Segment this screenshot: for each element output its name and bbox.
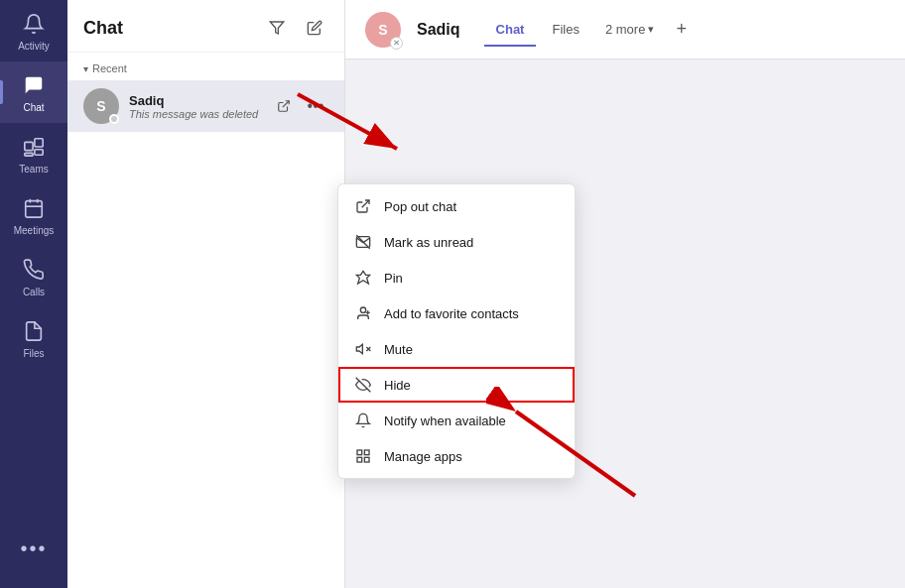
context-menu: Pop out chat Mark as unread Pin xyxy=(337,183,576,479)
menu-item-add-favorite[interactable]: Add to favorite contacts xyxy=(338,295,575,331)
chat-list-item[interactable]: S Sadiq This message was deleted ••• xyxy=(67,80,344,132)
svg-marker-8 xyxy=(270,22,283,34)
header-icons xyxy=(263,14,328,42)
chat-item-name: Sadiq xyxy=(129,93,271,108)
manage-apps-icon xyxy=(354,447,372,465)
chat-item-info: Sadiq This message was deleted xyxy=(129,93,271,120)
add-favorite-icon xyxy=(354,304,372,322)
sidebar-label-files: Files xyxy=(23,348,44,359)
sidebar-item-teams[interactable]: Teams xyxy=(0,123,67,184)
mark-unread-icon xyxy=(354,233,372,251)
sidebar-item-files[interactable]: Files xyxy=(0,307,67,369)
main-header: S ✕ Sadiq Chat Files 2 more ▾ + xyxy=(345,0,905,59)
sidebar-item-calls[interactable]: Calls xyxy=(0,246,67,307)
svg-point-12 xyxy=(360,307,365,312)
chat-list-title: Chat xyxy=(83,18,123,39)
chat-icon xyxy=(20,71,48,99)
svg-rect-2 xyxy=(35,150,43,156)
notify-icon xyxy=(354,412,372,429)
more-icon: ••• xyxy=(20,534,48,562)
contact-header-avatar: S ✕ xyxy=(365,12,401,48)
meetings-icon xyxy=(20,194,48,222)
menu-item-pop-out-chat[interactable]: Pop out chat xyxy=(338,188,575,224)
activity-icon xyxy=(20,10,48,38)
avatar-status xyxy=(109,114,119,124)
menu-item-mute[interactable]: Mute xyxy=(338,331,575,367)
svg-line-9 xyxy=(283,101,289,107)
compose-button[interactable] xyxy=(301,14,328,42)
svg-line-10 xyxy=(362,200,369,207)
mute-icon xyxy=(354,340,372,358)
sidebar-item-activity[interactable]: Activity xyxy=(0,0,67,61)
calls-icon xyxy=(20,256,48,284)
tab-chat[interactable]: Chat xyxy=(484,14,537,47)
more-options-button[interactable]: ••• xyxy=(303,93,328,119)
add-tab-button[interactable]: + xyxy=(668,15,695,44)
svg-rect-1 xyxy=(35,139,43,147)
sidebar-label-teams: Teams xyxy=(19,164,48,175)
chat-list-header: Chat xyxy=(67,0,344,53)
files-icon xyxy=(20,317,48,345)
svg-rect-4 xyxy=(26,201,43,218)
sidebar-label-calls: Calls xyxy=(23,287,45,297)
tab-files[interactable]: Files xyxy=(540,14,590,47)
pop-out-chat-button[interactable] xyxy=(271,93,297,119)
sidebar-item-more[interactable]: ••• xyxy=(0,525,67,572)
svg-rect-21 xyxy=(357,457,362,462)
svg-rect-3 xyxy=(25,153,33,156)
menu-item-notify[interactable]: Notify when available xyxy=(338,403,575,438)
chat-item-actions: ••• xyxy=(271,93,328,119)
svg-rect-0 xyxy=(25,142,33,150)
sidebar-label-chat: Chat xyxy=(23,102,44,113)
sidebar-label-activity: Activity xyxy=(18,41,50,52)
menu-item-pin[interactable]: Pin xyxy=(338,260,575,295)
chat-item-avatar: S xyxy=(83,88,119,124)
menu-item-mark-unread[interactable]: Mark as unread xyxy=(338,224,575,260)
menu-item-hide[interactable]: Hide xyxy=(338,367,575,403)
menu-item-manage-apps[interactable]: Manage apps xyxy=(338,438,575,474)
chat-list-panel: Chat ▾ Recent S Sadiq This messag xyxy=(67,0,345,588)
sidebar-item-chat[interactable]: Chat xyxy=(0,61,67,123)
contact-header-name: Sadiq xyxy=(417,21,460,39)
hide-icon xyxy=(354,376,372,394)
svg-rect-20 xyxy=(364,457,369,462)
teams-icon xyxy=(20,133,48,161)
chevron-down-icon: ▾ xyxy=(648,23,654,36)
chat-item-preview: This message was deleted xyxy=(129,108,271,120)
recent-label: ▾ Recent xyxy=(67,53,344,80)
pin-icon xyxy=(354,269,372,287)
sidebar-item-meetings[interactable]: Meetings xyxy=(0,184,67,246)
sidebar: Activity Chat Teams xyxy=(0,0,67,588)
pop-out-icon xyxy=(354,197,372,215)
chevron-down-icon: ▾ xyxy=(83,63,88,74)
tab-bar: Chat Files 2 more ▾ + xyxy=(484,14,695,46)
sidebar-label-meetings: Meetings xyxy=(14,225,55,236)
svg-rect-18 xyxy=(357,450,362,455)
filter-button[interactable] xyxy=(263,14,291,42)
tab-more[interactable]: 2 more ▾ xyxy=(595,14,664,45)
avatar-status-icon: ✕ xyxy=(390,37,403,50)
svg-rect-19 xyxy=(364,450,369,455)
